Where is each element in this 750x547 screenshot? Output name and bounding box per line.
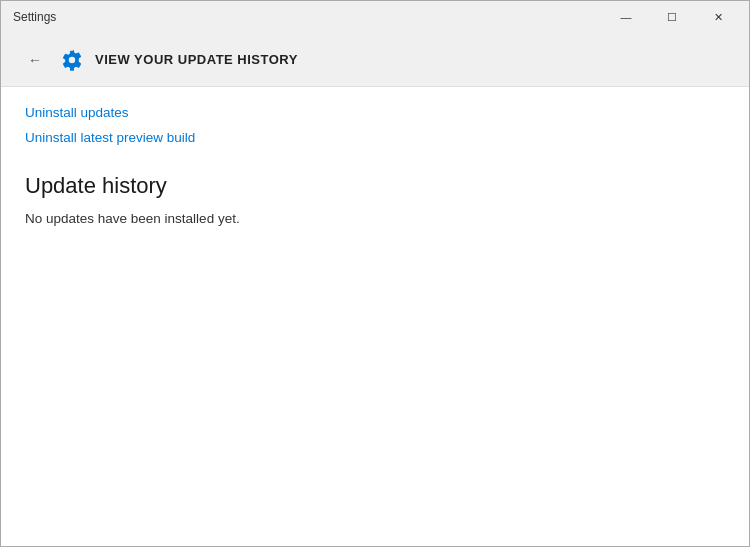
links-section: Uninstall updates Uninstall latest previ… bbox=[25, 105, 725, 145]
header-bar: ← VIEW YOUR UPDATE HISTORY bbox=[1, 33, 749, 87]
page-title: VIEW YOUR UPDATE HISTORY bbox=[95, 52, 298, 67]
gear-icon-container bbox=[61, 49, 83, 71]
minimize-button[interactable]: — bbox=[603, 1, 649, 33]
title-bar-title: Settings bbox=[13, 10, 56, 24]
uninstall-preview-link[interactable]: Uninstall latest preview build bbox=[25, 130, 725, 145]
back-arrow-icon: ← bbox=[28, 52, 42, 68]
settings-window: Settings — ☐ ✕ ← VIEW YOUR UPDATE HISTOR… bbox=[0, 0, 750, 547]
title-bar-controls: — ☐ ✕ bbox=[603, 1, 741, 33]
title-bar-left: Settings bbox=[13, 10, 56, 24]
empty-message: No updates have been installed yet. bbox=[25, 211, 725, 226]
back-button[interactable]: ← bbox=[21, 46, 49, 74]
title-bar: Settings — ☐ ✕ bbox=[1, 1, 749, 33]
maximize-button[interactable]: ☐ bbox=[649, 1, 695, 33]
update-history-heading: Update history bbox=[25, 173, 725, 199]
gear-icon bbox=[61, 49, 83, 71]
close-button[interactable]: ✕ bbox=[695, 1, 741, 33]
uninstall-updates-link[interactable]: Uninstall updates bbox=[25, 105, 725, 120]
content-area: Uninstall updates Uninstall latest previ… bbox=[1, 87, 749, 546]
